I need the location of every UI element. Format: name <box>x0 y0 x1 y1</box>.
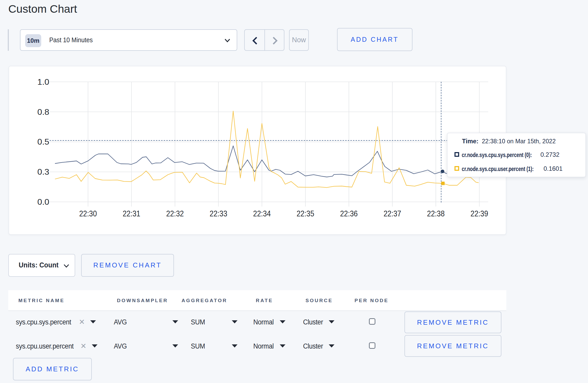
svg-text:0.8: 0.8 <box>37 108 49 117</box>
svg-text:22:36: 22:36 <box>340 209 358 218</box>
svg-text:22:33: 22:33 <box>210 209 227 218</box>
svg-text:22:31: 22:31 <box>123 209 140 218</box>
svg-text:22:32: 22:32 <box>166 209 184 218</box>
svg-text:22:34: 22:34 <box>253 209 271 218</box>
svg-text:22:38: 22:38 <box>427 209 445 218</box>
svg-text:22:35: 22:35 <box>297 209 314 218</box>
svg-text:1.0: 1.0 <box>37 77 49 87</box>
svg-text:22:30: 22:30 <box>79 209 97 218</box>
svg-text:0.0: 0.0 <box>37 197 49 207</box>
svg-text:0.3: 0.3 <box>37 167 49 176</box>
svg-text:22:37: 22:37 <box>383 209 401 218</box>
svg-text:22:39: 22:39 <box>471 209 488 218</box>
svg-text:0.5: 0.5 <box>37 137 49 146</box>
